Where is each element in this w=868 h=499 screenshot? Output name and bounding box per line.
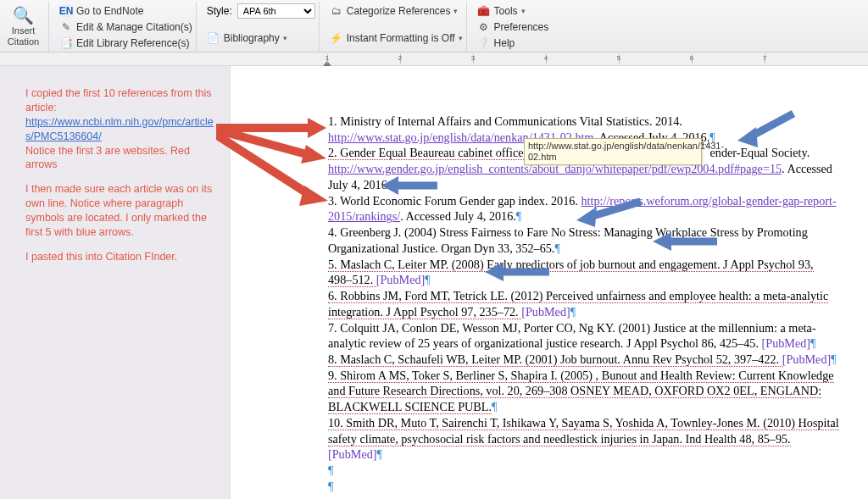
categorize-label: Categorize References xyxy=(347,5,451,17)
reference-9: 9. Shirom A MS, Toker S, Berliner S, Sha… xyxy=(328,368,839,415)
pubmed-link[interactable]: [PubMed] xyxy=(782,352,832,366)
pilcrow-icon: ¶ xyxy=(570,305,576,319)
preferences-icon: ⚙ xyxy=(477,20,491,34)
document-page: 1. Ministry of Internal Affairs and Comm… xyxy=(231,66,868,499)
pilcrow-icon: ¶ xyxy=(492,400,497,413)
pilcrow-icon: ¶ xyxy=(390,178,395,191)
note-paragraph-3: I pasted this into Citation FInder. xyxy=(25,250,214,264)
bibliography-icon: 📄 xyxy=(207,31,220,45)
edit-citation-icon: ✎ xyxy=(59,20,73,34)
insert-citation-label: InsertCitation xyxy=(8,25,39,46)
reference-10: 10. Smith DR, Muto T, Sairenchi T, Ishik… xyxy=(328,415,839,463)
go-to-endnote-button[interactable]: EN Go to EndNote xyxy=(59,3,192,18)
pubmed-link[interactable]: [PubMed] xyxy=(521,305,570,319)
pilcrow-icon: ¶ xyxy=(810,336,815,350)
tools-label: Tools xyxy=(494,5,518,17)
note-paragraph-2: I then made sure each article was on its… xyxy=(25,182,214,240)
pilcrow-icon: ¶ xyxy=(516,209,521,223)
annotation-panel: I copied the first 10 references from th… xyxy=(0,66,231,499)
pilcrow-icon: ¶ xyxy=(328,480,333,493)
reference-5: 5. Maslach C, Leiter MP. (2008) Early pr… xyxy=(328,257,839,288)
horizontal-ruler: 1234567 xyxy=(0,53,868,66)
tools-button[interactable]: 🧰 Tools xyxy=(477,3,549,18)
pubmed-link[interactable]: [PubMed] xyxy=(328,447,377,461)
endnote-app-icon: EN xyxy=(59,4,73,18)
endnote-toolbar: 🔍 InsertCitation EN Go to EndNote ✎ Edit… xyxy=(0,0,868,53)
preferences-label: Preferences xyxy=(494,21,549,33)
pubmed-link[interactable]: [PubMed] xyxy=(762,336,811,350)
pilcrow-icon: ¶ xyxy=(554,241,559,255)
note-article-link[interactable]: https://www.ncbi.nlm.nih.gov/pmc/article… xyxy=(25,116,214,142)
reference-4: 4. Greenberg J. (2004) Stress Fairness t… xyxy=(328,225,839,256)
edit-manage-label: Edit & Manage Citation(s) xyxy=(76,21,192,33)
pilcrow-icon: ¶ xyxy=(328,463,333,477)
library-icon: 📑 xyxy=(59,36,73,50)
style-select[interactable]: APA 6th xyxy=(237,3,315,19)
hyperlink-tooltip: http://www.stat.go.jp/english/data/nenka… xyxy=(524,138,702,165)
instant-formatting-button[interactable]: ⚡ Instant Formatting is Off xyxy=(330,30,463,46)
help-icon: ❔ xyxy=(477,36,491,50)
magnifier-quote-icon: 🔍 xyxy=(13,7,34,24)
help-button[interactable]: ❔ Help xyxy=(477,36,549,50)
citation-group: EN Go to EndNote ✎ Edit & Manage Citatio… xyxy=(56,2,197,52)
pilcrow-icon: ¶ xyxy=(425,273,430,286)
pilcrow-icon: ¶ xyxy=(831,352,836,366)
reference-7: 7. Colquitt JA, Conlon DE, Wesson MJ, Po… xyxy=(328,320,839,352)
categorize-references-button[interactable]: 🗂 Categorize References xyxy=(330,3,463,19)
reference-3: 3. World Economic Forum Gender gap index… xyxy=(328,193,839,225)
formatting-group: 🗂 Categorize References ⚡ Instant Format… xyxy=(326,2,467,52)
document-text[interactable]: 1. Ministry of Internal Affairs and Comm… xyxy=(328,114,839,495)
instant-formatting-icon: ⚡ xyxy=(330,31,343,45)
note-paragraph-1: I copied the first 10 references from th… xyxy=(25,86,214,172)
style-group: Style: APA 6th 📄 Bibliography xyxy=(203,2,320,52)
reference-6: 6. Robbins JM, Ford MT, Tetrick LE. (201… xyxy=(328,288,839,319)
edit-manage-citations-button[interactable]: ✎ Edit & Manage Citation(s) xyxy=(59,19,192,34)
insert-citation-button[interactable]: 🔍 InsertCitation xyxy=(3,2,49,52)
help-label: Help xyxy=(494,37,515,49)
bibliography-button[interactable]: 📄 Bibliography xyxy=(207,30,315,46)
style-label: Style: xyxy=(207,5,232,17)
pilcrow-icon: ¶ xyxy=(377,447,382,461)
reference-8: 8. Maslach C, Schaufeli WB, Leiter MP. (… xyxy=(328,352,839,368)
tools-group: 🧰 Tools ⚙ Preferences ❔ Help xyxy=(474,2,553,52)
edit-library-references-button[interactable]: 📑 Edit Library Reference(s) xyxy=(59,36,192,50)
instant-formatting-label: Instant Formatting is Off xyxy=(347,32,455,44)
bibliography-label: Bibliography xyxy=(224,32,280,44)
workspace: I copied the first 10 references from th… xyxy=(0,66,868,499)
tools-icon: 🧰 xyxy=(477,4,491,18)
categorize-icon: 🗂 xyxy=(330,4,343,18)
preferences-button[interactable]: ⚙ Preferences xyxy=(477,19,549,34)
pubmed-link[interactable]: [PubMed] xyxy=(376,273,426,286)
go-to-endnote-label: Go to EndNote xyxy=(76,5,143,17)
edit-library-label: Edit Library Reference(s) xyxy=(76,37,189,49)
